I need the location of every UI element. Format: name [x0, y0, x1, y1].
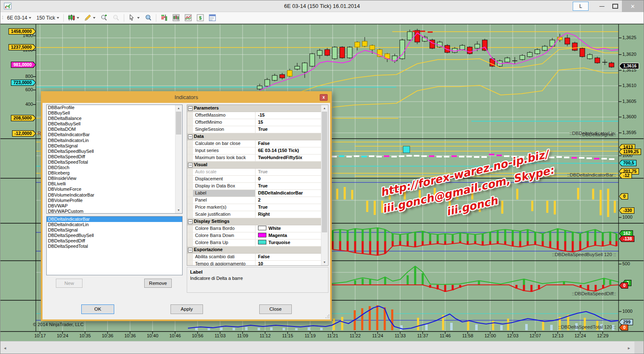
indicators-button[interactable] [158, 13, 170, 23]
property-value[interactable]: False [256, 140, 321, 147]
indicator-item[interactable]: DBDStoch [47, 165, 175, 170]
indicator-item[interactable]: DBDeltaSpeedBuySell [47, 149, 175, 154]
indicator-item[interactable]: DBDeltaIndicatorBar [47, 217, 182, 222]
property-value[interactable]: True [256, 183, 321, 189]
property-value[interactable]: 10 [256, 261, 321, 265]
property-value[interactable]: 6E 03-14 (150 Tick) [256, 147, 321, 154]
indicator-item[interactable]: DBDeltaSpeedDiff [47, 238, 182, 244]
copyright-text: © 2014 NinjaTrader, LLC [33, 322, 83, 327]
maximize-button[interactable] [609, 1, 622, 12]
indicator-item[interactable]: DBBarProfile [47, 105, 175, 110]
property-value[interactable]: 15 [256, 119, 321, 126]
property-value[interactable]: True [256, 126, 321, 133]
indicator-item[interactable]: DBIceberg [47, 170, 175, 176]
indicator-item[interactable]: DBDeltaSpeedTotal [47, 244, 182, 249]
indicator-item[interactable]: DBDeltaSignal [47, 143, 175, 149]
indicator-item[interactable]: DBVolumeProfile [47, 198, 175, 203]
indicator-item[interactable]: DBDeltaSpeedTotal [47, 160, 175, 165]
collapse-icon[interactable] [188, 163, 193, 167]
resize-grip[interactable] [325, 314, 329, 319]
indicator-item[interactable]: DBVWAPCustom [47, 209, 175, 213]
title-bar[interactable]: 6E 03-14 (150 Tick) 16.01.2014 L — ✕ [0, 0, 644, 12]
close-dialog-button[interactable]: Close [259, 304, 292, 314]
indicator-item[interactable]: DBDeltaBalance [47, 116, 175, 121]
indicator-item[interactable]: DBLivelli [47, 181, 175, 187]
property-value[interactable]: Turquoise [256, 239, 321, 246]
apply-button[interactable]: Apply [170, 304, 203, 314]
chart-overlay-button[interactable] [183, 13, 194, 23]
axis-tick-label: 1,3620 [622, 52, 636, 57]
property-value[interactable]: 0 [256, 176, 321, 182]
indicator-item[interactable]: DBInsideView [47, 176, 175, 181]
toolbar-separator [124, 14, 124, 22]
dialog-close-button[interactable]: x [320, 94, 328, 101]
period-dropdown[interactable]: 150 Tick [34, 13, 61, 23]
new-button[interactable]: New [56, 279, 83, 288]
category-label: Visual [194, 162, 207, 168]
property-category[interactable]: Parameters [187, 105, 321, 112]
chart-style-dropdown[interactable] [66, 13, 81, 23]
dialog-title-bar[interactable]: Indicators x [43, 93, 330, 103]
collapse-icon[interactable] [188, 248, 193, 252]
ok-button[interactable]: OK [81, 304, 114, 314]
toolbar-grip[interactable]: ⁞ [2, 15, 3, 20]
link-button[interactable]: L [573, 2, 589, 11]
drawing-tools-dropdown[interactable] [82, 13, 98, 23]
property-value[interactable]: TwoHundredFiftySix [256, 155, 321, 161]
data-grid-button[interactable] [207, 13, 218, 23]
indicator-item[interactable]: DBVolumeForce [47, 187, 175, 192]
property-category[interactable]: Esportazione [187, 247, 321, 254]
available-indicators-list[interactable]: DBBarProfileDBBuySellDBDeltaBalanceDBDel… [46, 105, 183, 214]
indicator-item[interactable]: DBVWAP [47, 203, 175, 209]
close-button[interactable]: ✕ [622, 0, 644, 12]
scroll-right-button[interactable]: ► [624, 342, 634, 354]
indicator-item[interactable]: DBDeltaSignal [47, 227, 182, 233]
account-button[interactable]: $ [195, 13, 206, 23]
property-value[interactable]: True [256, 169, 321, 175]
cursor-dropdown[interactable] [126, 13, 142, 23]
chart-trader-button[interactable] [170, 13, 182, 23]
property-name: Panel [193, 197, 256, 204]
scrollbar-thumb[interactable] [322, 112, 327, 232]
indicator-item[interactable]: DBDeltaIndicatorLin [47, 222, 182, 227]
scrollbar-thumb[interactable] [176, 112, 181, 135]
selected-indicators-list[interactable]: DBDeltaIndicatorBarDBDeltaIndicatorLinDB… [46, 216, 183, 275]
property-value[interactable]: True [256, 204, 321, 211]
property-category[interactable]: Display Settings [187, 218, 321, 225]
property-value[interactable]: DBDeltaIndicatorBar [256, 190, 321, 197]
scroll-down-icon[interactable]: ▼ [321, 259, 328, 265]
indicator-item[interactable]: DBDeltaDOM [47, 127, 175, 132]
time-label: 12:24 [571, 333, 589, 338]
collapse-icon[interactable] [188, 106, 193, 111]
data-box-button[interactable] [143, 13, 154, 23]
list-scrollbar[interactable]: ▲ ▼ [175, 105, 182, 213]
minimize-button[interactable]: — [595, 1, 609, 12]
property-value[interactable]: 2 [256, 197, 321, 204]
indicator-item[interactable]: DBDeltaSpeedDiff [47, 154, 175, 160]
property-grid-scrollbar[interactable]: ▲ ▼ [321, 105, 328, 265]
horizontal-scrollbar[interactable]: ◄ ► [0, 341, 644, 354]
indicator-item[interactable]: DBVolumeIndicatorBar [47, 192, 175, 198]
indicator-item[interactable]: DBDeltaIndicatorLin [47, 138, 175, 143]
collapse-icon[interactable] [188, 135, 193, 139]
property-category[interactable]: Data [187, 133, 321, 140]
remove-button[interactable]: Remove [144, 279, 172, 288]
collapse-icon[interactable] [188, 219, 193, 224]
indicator-item[interactable]: DBBuySell [47, 110, 175, 116]
indicator-item[interactable]: DBDeltaSpeedBuySell [47, 233, 182, 238]
instrument-dropdown[interactable]: 6E 03-14 [5, 13, 34, 23]
scroll-up-icon[interactable]: ▲ [175, 105, 182, 111]
property-value[interactable]: Right [256, 211, 321, 218]
property-value[interactable]: False [256, 254, 321, 260]
property-value[interactable]: Magenta [256, 232, 321, 239]
property-value[interactable]: -15 [256, 112, 321, 119]
zoom-out-button[interactable] [110, 13, 122, 23]
indicator-item[interactable]: DBDeltaIndicatorBar [47, 132, 175, 137]
zoom-in-button[interactable] [98, 13, 110, 23]
scroll-up-icon[interactable]: ▲ [321, 105, 328, 111]
property-category[interactable]: Visual [187, 162, 321, 169]
scroll-left-button[interactable]: ◄ [0, 342, 10, 354]
indicator-item[interactable]: DBDeltaBuySell [47, 121, 175, 127]
scroll-down-icon[interactable]: ▼ [175, 207, 182, 213]
property-value[interactable]: White [256, 225, 321, 232]
